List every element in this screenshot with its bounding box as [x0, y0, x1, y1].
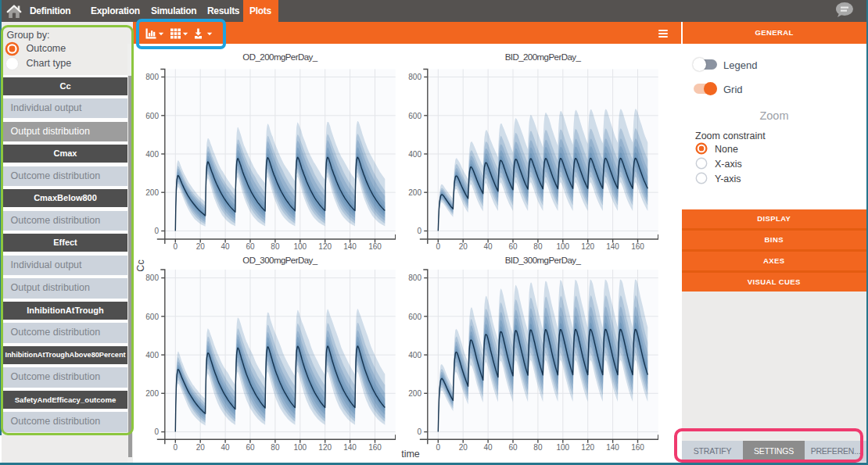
svg-text:800: 800 [145, 73, 159, 81]
svg-text:0: 0 [436, 443, 441, 452]
svg-text:20: 20 [459, 443, 468, 452]
svg-text:200: 200 [408, 188, 421, 197]
svg-text:600: 600 [145, 313, 159, 321]
svg-text:120: 120 [581, 443, 594, 452]
svg-text:160: 160 [368, 242, 382, 250]
svg-text:OD_300mgPerDay_: OD_300mgPerDay_ [242, 256, 317, 265]
svg-text:140: 140 [343, 242, 357, 250]
svg-text:120: 120 [581, 242, 594, 250]
svg-text:80: 80 [271, 443, 280, 452]
svg-text:140: 140 [606, 443, 619, 452]
svg-text:20: 20 [459, 242, 468, 250]
svg-text:140: 140 [343, 443, 357, 452]
svg-text:160: 160 [368, 443, 382, 452]
svg-text:60: 60 [508, 443, 518, 452]
svg-text:400: 400 [145, 150, 159, 159]
svg-text:140: 140 [606, 242, 619, 250]
svg-text:800: 800 [408, 274, 421, 282]
svg-text:400: 400 [145, 351, 159, 359]
svg-text:400: 400 [408, 150, 421, 159]
svg-text:800: 800 [145, 274, 159, 282]
svg-text:200: 200 [145, 188, 159, 197]
svg-text:0: 0 [436, 242, 441, 250]
svg-text:BID_300mgPerDay_: BID_300mgPerDay_ [505, 256, 582, 265]
svg-text:40: 40 [484, 242, 493, 250]
svg-text:40: 40 [221, 443, 231, 452]
svg-text:600: 600 [408, 313, 421, 321]
svg-text:600: 600 [408, 112, 421, 120]
svg-text:0: 0 [154, 427, 159, 436]
svg-text:20: 20 [196, 443, 206, 452]
svg-text:100: 100 [556, 242, 569, 250]
svg-text:120: 120 [318, 242, 332, 250]
svg-text:200: 200 [408, 389, 421, 398]
svg-text:160: 160 [631, 242, 644, 250]
svg-text:800: 800 [408, 73, 421, 81]
svg-text:0: 0 [174, 242, 178, 250]
svg-text:80: 80 [271, 242, 280, 250]
svg-text:160: 160 [631, 443, 644, 452]
svg-text:OD_200mgPerDay_: OD_200mgPerDay_ [242, 52, 317, 62]
svg-text:100: 100 [293, 242, 307, 250]
svg-text:600: 600 [145, 112, 159, 120]
svg-text:200: 200 [145, 389, 159, 398]
svg-text:80: 80 [533, 242, 543, 250]
svg-text:60: 60 [246, 443, 255, 452]
svg-text:100: 100 [293, 443, 307, 452]
svg-text:0: 0 [174, 443, 178, 452]
svg-text:0: 0 [417, 227, 421, 235]
svg-text:80: 80 [533, 443, 543, 452]
svg-text:120: 120 [318, 443, 332, 452]
svg-text:20: 20 [196, 242, 206, 250]
svg-text:400: 400 [408, 351, 421, 359]
svg-text:0: 0 [417, 427, 421, 436]
svg-text:0: 0 [154, 227, 159, 235]
svg-text:40: 40 [484, 443, 493, 452]
svg-text:40: 40 [221, 242, 231, 250]
svg-text:100: 100 [556, 443, 569, 452]
svg-text:60: 60 [508, 242, 518, 250]
svg-text:60: 60 [246, 242, 255, 250]
svg-text:BID_200mgPerDay_: BID_200mgPerDay_ [505, 52, 582, 62]
